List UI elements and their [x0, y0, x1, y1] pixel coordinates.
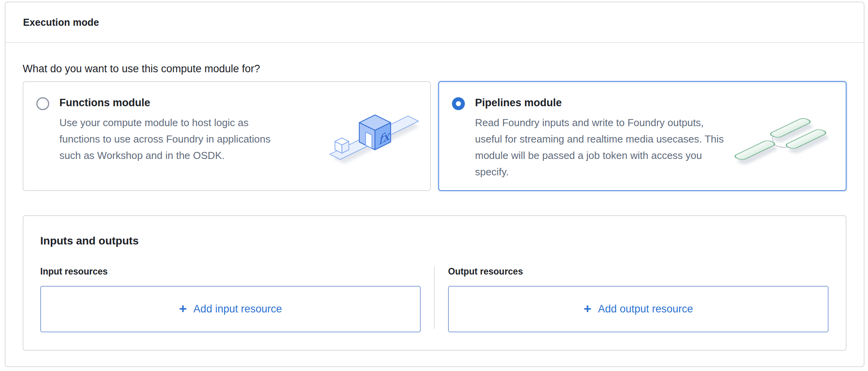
io-panel-title: Inputs and outputs — [40, 235, 829, 247]
option-text-pipelines: Pipelines module Read Foundry inputs and… — [475, 96, 725, 180]
io-column-divider — [434, 266, 435, 329]
option-card-functions[interactable]: Functions module Use your compute module… — [23, 81, 431, 191]
input-resources-label: Input resources — [40, 266, 421, 277]
svg-text:fx: fx — [379, 128, 391, 148]
add-output-resource-button[interactable]: + Add output resource — [448, 286, 829, 332]
add-input-resource-label: Add input resource — [193, 303, 282, 315]
option-card-pipelines[interactable]: Pipelines module Read Foundry inputs and… — [438, 81, 847, 191]
add-input-resource-button[interactable]: + Add input resource — [40, 286, 421, 332]
pipelines-module-illustration-icon — [729, 111, 829, 174]
section-header: Execution mode — [5, 2, 864, 43]
question-text: What do you want to use this compute mod… — [23, 62, 847, 75]
io-columns: Input resources + Add input resource Out… — [40, 266, 829, 332]
option-description-pipelines: Read Foundry inputs and write to Foundry… — [475, 114, 725, 180]
option-text-functions: Functions module Use your compute module… — [59, 96, 288, 164]
option-description-functions: Use your compute module to host logic as… — [59, 114, 288, 164]
radio-pipelines-icon[interactable] — [452, 97, 465, 110]
input-resources-column: Input resources + Add input resource — [40, 266, 421, 332]
plus-icon: + — [179, 302, 187, 315]
io-panel: Inputs and outputs Input resources + Add… — [23, 215, 847, 351]
add-output-resource-label: Add output resource — [598, 303, 693, 315]
output-resources-label: Output resources — [448, 266, 829, 277]
radio-functions-icon[interactable] — [36, 97, 49, 110]
option-title-pipelines: Pipelines module — [475, 97, 725, 109]
section-title: Execution mode — [23, 17, 99, 28]
option-title-functions: Functions module — [59, 97, 288, 109]
plus-icon: + — [584, 302, 591, 315]
module-options-row: Functions module Use your compute module… — [23, 81, 847, 191]
functions-module-illustration-icon: fx — [322, 97, 421, 173]
execution-mode-panel: Execution mode What do you want to use t… — [5, 2, 864, 367]
output-resources-column: Output resources + Add output resource — [448, 266, 829, 332]
section-content: What do you want to use this compute mod… — [5, 62, 864, 351]
